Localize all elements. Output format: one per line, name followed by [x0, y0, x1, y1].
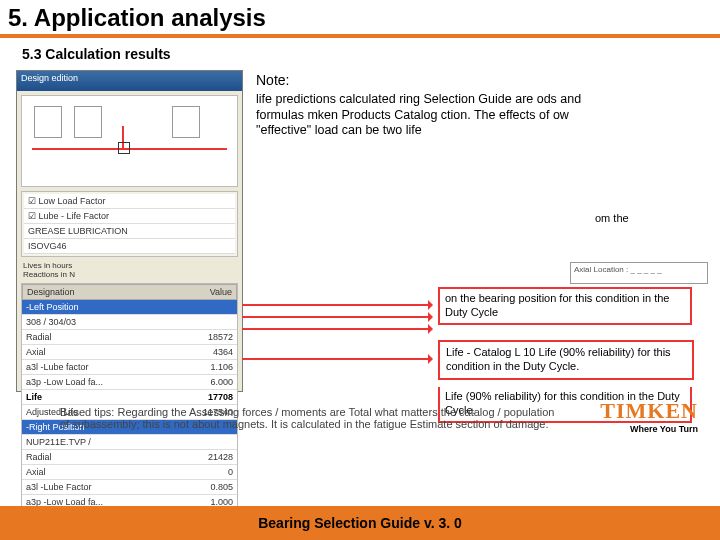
note-heading: Note:	[256, 72, 586, 88]
footer-title: Bearing Selection Guide v. 3. 0	[258, 515, 462, 531]
axial-location-field[interactable]: Axial Location : _ _ _ _ _	[570, 262, 708, 284]
table-row[interactable]: Life17708	[22, 390, 237, 405]
cell-designation: NUP211E.TVP /	[26, 437, 91, 447]
cell-value: 1.106	[210, 362, 233, 372]
cell-designation: 308 / 304/03	[26, 317, 76, 327]
iso-value: ISOVG46	[24, 239, 235, 254]
cell-value: 4364	[213, 347, 233, 357]
cell-designation: a3l -Lube factor	[26, 362, 89, 372]
callout-arrow	[242, 328, 432, 330]
cell-value: 0	[228, 467, 233, 477]
brand-name: TIMKEN	[600, 398, 698, 424]
cell-value: 6.000	[210, 377, 233, 387]
col-value: Value	[210, 287, 232, 297]
col-designation: Designation	[27, 287, 75, 297]
cell-designation: -Left Position	[26, 302, 79, 312]
grid-header: Designation Value	[22, 284, 237, 300]
title-bar: 5. Application analysis	[0, 0, 720, 38]
callout-arrow	[242, 304, 432, 306]
cell-value: 0.805	[210, 482, 233, 492]
callout-radial: on the bearing position for this conditi…	[438, 287, 692, 325]
options-panel: ☑ Low Load Factor ☑ Lube - Life Factor G…	[21, 191, 238, 257]
table-row[interactable]: 308 / 304/03	[22, 315, 237, 330]
window-title: Design edition	[17, 71, 242, 91]
checkbox-row[interactable]: ☑ Lube - Life Factor	[24, 209, 235, 224]
table-row[interactable]: NUP211E.TVP /	[22, 435, 237, 450]
page-title: 5. Application analysis	[8, 4, 710, 32]
lube-checkbox-label: Lube - Life Factor	[39, 211, 110, 221]
table-row[interactable]: Radial21428	[22, 450, 237, 465]
app-screenshot: Design edition ☑ Low Load Factor ☑ Lube …	[16, 70, 243, 392]
table-row[interactable]: -Left Position	[22, 300, 237, 315]
bearing-icon	[172, 106, 200, 138]
section-heading: 5.3 Calculation results	[0, 38, 720, 62]
cell-designation: a3p -Low Load fa...	[26, 377, 103, 387]
cell-designation: Life	[26, 392, 42, 402]
cell-designation: Radial	[26, 332, 52, 342]
units-caption-2: Reactions in N	[17, 270, 242, 279]
table-row[interactable]: Radial18572	[22, 330, 237, 345]
results-grid: Designation Value -Left Position308 / 30…	[21, 283, 238, 511]
table-row[interactable]: Axial4364	[22, 345, 237, 360]
checkbox-row[interactable]: ☑ Low Load Factor	[24, 194, 235, 209]
table-row[interactable]: a3l -Lube factor1.106	[22, 360, 237, 375]
footnote-line: of subassembly; this is not about magnet…	[60, 418, 549, 430]
cell-value: 17708	[208, 392, 233, 402]
bearing-icon	[74, 106, 102, 138]
cell-designation: a3l -Lube Factor	[26, 482, 92, 492]
table-row[interactable]: a3l -Lube Factor0.805	[22, 480, 237, 495]
footnote-line: Based tips: Regarding the Assessing forc…	[60, 406, 554, 418]
units-caption-1: Lives in hours	[17, 261, 242, 270]
bearing-icon	[34, 106, 62, 138]
cell-designation: Axial	[26, 347, 46, 357]
footnote-text: Based tips: Regarding the Assessing forc…	[60, 406, 570, 430]
callout-arrow	[242, 358, 432, 360]
callout-arrow	[242, 316, 432, 318]
cell-designation: Axial	[26, 467, 46, 477]
table-row[interactable]: a3p -Low Load fa...6.000	[22, 375, 237, 390]
cell-value: 18572	[208, 332, 233, 342]
note-block: Note: life predictions calculated ring S…	[256, 72, 586, 139]
lube-header: GREASE LUBRICATION	[24, 224, 235, 239]
brand-tagline: Where You Turn	[600, 424, 698, 434]
note-body: life predictions calculated ring Selecti…	[256, 92, 586, 139]
table-row[interactable]: Axial0	[22, 465, 237, 480]
note-fragment: om the	[595, 212, 629, 224]
content-area: Design edition ☑ Low Load Factor ☑ Lube …	[10, 62, 710, 482]
brand-logo: TIMKEN Where You Turn	[600, 398, 698, 434]
shaft-diagram	[21, 95, 238, 187]
cell-value: 21428	[208, 452, 233, 462]
callout-life: Life - Catalog L 10 Life (90% reliabilit…	[438, 340, 694, 380]
gear-marker	[118, 142, 130, 154]
footer-bar: Bearing Selection Guide v. 3. 0	[0, 506, 720, 540]
cell-designation: Radial	[26, 452, 52, 462]
low-load-checkbox-label: Low Load Factor	[39, 196, 106, 206]
